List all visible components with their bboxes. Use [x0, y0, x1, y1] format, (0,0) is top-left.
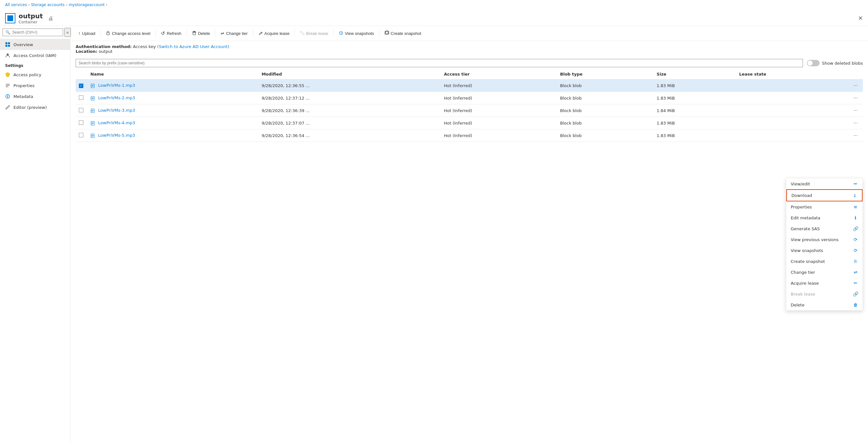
row-lease-state-1 [736, 79, 848, 92]
breadcrumb-mystorageaccount[interactable]: mystorageaccount [69, 3, 104, 7]
row-blob-type-3: Block blob [557, 104, 653, 117]
sidebar-item-access-policy[interactable]: Access policy [0, 69, 70, 80]
break-lease-button[interactable]: Break lease [298, 29, 331, 38]
container-icon [5, 13, 16, 23]
row-checkbox-2[interactable] [75, 92, 87, 104]
row-checkbox-3[interactable] [75, 104, 87, 117]
menu-label-delete: Delete [791, 303, 805, 307]
dots-button-3[interactable]: ··· [851, 107, 860, 114]
show-deleted-toggle[interactable] [807, 60, 819, 66]
col-modified[interactable]: Modified [258, 69, 441, 79]
menu-icon-generate-sas: 🔗 [853, 226, 858, 231]
row-checkbox-5[interactable] [75, 129, 87, 142]
menu-item-delete[interactable]: Delete 🗑 [786, 299, 863, 310]
dots-button-1[interactable]: ··· [851, 82, 860, 89]
col-checkbox [75, 69, 87, 79]
dots-button-5[interactable]: ··· [851, 132, 860, 139]
close-button[interactable]: ✕ [858, 15, 863, 22]
row-lease-state-4 [736, 117, 848, 129]
refresh-button[interactable]: ↺ Refresh [158, 29, 184, 38]
sidebar-item-overview[interactable]: Overview [0, 39, 70, 50]
row-dots-5[interactable]: ··· [848, 129, 863, 142]
iam-icon [5, 53, 10, 58]
row-access-tier-4: Hot (Inferred) [441, 117, 557, 129]
print-button[interactable]: 🖨 [48, 15, 53, 22]
file-name-1[interactable]: LowPriVMs-1.mp3 [98, 83, 135, 88]
toolbar-separator-7 [333, 30, 334, 37]
row-dots-4[interactable]: ··· [848, 117, 863, 129]
col-access-tier[interactable]: Access tier [441, 69, 557, 79]
view-snapshots-button[interactable]: View snapshots [336, 29, 377, 38]
collapse-sidebar-button[interactable]: « [64, 28, 71, 37]
row-access-tier-5: Hot (Inferred) [441, 129, 557, 142]
row-dots-2[interactable]: ··· [848, 92, 863, 104]
checkbox-1[interactable] [79, 83, 83, 88]
row-checkbox-4[interactable] [75, 117, 87, 129]
svg-rect-12 [193, 31, 195, 32]
checkbox-3[interactable] [79, 108, 83, 112]
menu-item-generate-sas[interactable]: Generate SAS 🔗 [786, 223, 863, 234]
create-snapshot-button[interactable]: Create snapshot [382, 29, 424, 38]
menu-item-view-snapshots[interactable]: View snapshots ⟳ [786, 245, 863, 256]
auth-method-value: Access key [133, 44, 156, 49]
table-row: LowPriVMs-3.mp3 9/28/2020, 12:36:39 ... … [75, 104, 863, 117]
file-name-4[interactable]: LowPriVMs-4.mp3 [98, 121, 135, 125]
file-name-5[interactable]: LowPriVMs-5.mp3 [98, 133, 135, 138]
sidebar-item-metadata[interactable]: i Metadata [0, 91, 70, 102]
menu-item-acquire-lease[interactable]: Acquire lease ✏ [786, 278, 863, 288]
breadcrumb-storage-accounts[interactable]: Storage accounts [31, 3, 65, 7]
menu-item-change-tier[interactable]: Change tier ⇌ [786, 267, 863, 278]
blob-search-input[interactable] [79, 61, 800, 65]
sidebar-item-editor[interactable]: Editor (preview) [0, 102, 70, 113]
checkbox-4[interactable] [79, 121, 83, 125]
refresh-icon: ↺ [161, 30, 165, 36]
svg-rect-1 [8, 42, 10, 44]
row-dots-1[interactable]: ··· [848, 79, 863, 92]
menu-item-edit-metadata[interactable]: Edit metadata ℹ [786, 212, 863, 223]
menu-label-change-tier: Change tier [791, 270, 815, 275]
col-size[interactable]: Size [654, 69, 736, 79]
delete-button[interactable]: Delete [189, 29, 213, 38]
toolbar-separator-2 [155, 30, 156, 37]
checkbox-2[interactable] [79, 95, 83, 100]
menu-icon-acquire-lease: ✏ [853, 280, 858, 286]
acquire-lease-button[interactable]: Acquire lease [256, 29, 292, 38]
menu-icon-change-tier: ⇌ [853, 270, 858, 275]
row-checkbox-1[interactable] [75, 79, 87, 92]
show-deleted-label: Show deleted blobs [822, 61, 863, 66]
blob-search-box[interactable] [75, 59, 803, 67]
lock-icon [106, 31, 110, 36]
row-dots-3[interactable]: ··· [848, 104, 863, 117]
upload-icon: ↑ [78, 31, 81, 36]
breadcrumb-all-services[interactable]: All services [5, 3, 27, 7]
switch-auth-link[interactable]: (Switch to Azure AD User Account) [157, 44, 229, 49]
col-name[interactable]: Name [87, 69, 258, 79]
sidebar-item-properties[interactable]: Properties [0, 80, 70, 91]
toolbar-separator-4 [215, 30, 215, 37]
location-value: output [99, 49, 113, 54]
dots-button-4[interactable]: ··· [851, 119, 860, 127]
sidebar-item-iam[interactable]: Access Control (IAM) [0, 50, 70, 61]
menu-item-view-prev-versions[interactable]: View previous versions ⟳ [786, 234, 863, 245]
sidebar-search-box[interactable]: 🔍 [3, 29, 63, 36]
menu-item-download[interactable]: Download ↓ [786, 189, 863, 201]
change-tier-button[interactable]: ⇌ Change tier [218, 29, 250, 38]
menu-item-properties[interactable]: Properties ≡ [786, 201, 863, 212]
col-blob-type[interactable]: Blob type [557, 69, 653, 79]
svg-rect-10 [107, 33, 109, 35]
context-menu: View/edit ✏ Download ↓ Properties ≡ Edit… [786, 178, 863, 311]
checkbox-5[interactable] [79, 133, 83, 137]
dots-button-2[interactable]: ··· [851, 95, 860, 102]
toolbar-separator-6 [294, 30, 295, 37]
breadcrumb-sep-1: › [28, 3, 30, 7]
menu-item-view-edit[interactable]: View/edit ✏ [786, 178, 863, 189]
search-input[interactable] [12, 30, 60, 35]
file-name-3[interactable]: LowPriVMs-3.mp3 [98, 108, 135, 113]
menu-item-create-snapshot[interactable]: Create snapshot ⎘ [786, 256, 863, 267]
change-access-button[interactable]: Change access level [103, 29, 153, 38]
toolbar: ↑ Upload Change access level ↺ Refresh [70, 26, 868, 41]
upload-button[interactable]: ↑ Upload [75, 29, 98, 38]
content-area: ↑ Upload Change access level ↺ Refresh [70, 26, 868, 444]
file-name-2[interactable]: LowPriVMs-2.mp3 [98, 95, 135, 100]
col-lease-state[interactable]: Lease state [736, 69, 848, 79]
